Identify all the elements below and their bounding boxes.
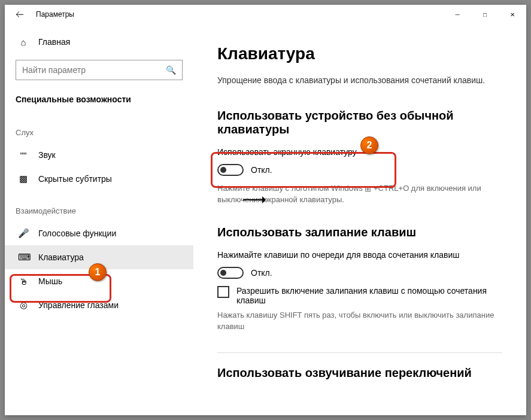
minimize-button[interactable]: ─ (444, 5, 471, 24)
sidebar-item-cc[interactable]: ▩ Скрытые субтитры (5, 167, 193, 191)
section-osk-title: Использовать устройство без обычной клав… (217, 109, 502, 136)
osk-hint: Нажмите клавишу с логотипом Windows ⊞ +C… (217, 183, 502, 205)
sticky-shortcut-row: Разрешить включение залипания клавиш с п… (217, 286, 502, 305)
sticky-hint: Нажать клавишу SHIFT пять раз, чтобы вкл… (217, 310, 502, 331)
sticky-shortcut-label: Разрешить включение залипания клавиш с п… (236, 286, 502, 305)
page-title: Клавиатура (217, 44, 502, 63)
content: Клавиатура Упрощение ввода с клавиатуры … (193, 24, 526, 415)
osk-toggle-row: Откл. (217, 164, 502, 176)
window-controls: ─ □ ✕ (444, 5, 526, 24)
sidebar-item-label: Управление глазами (38, 300, 119, 310)
search-input[interactable] (22, 65, 166, 75)
eye-icon: ◎ (18, 300, 29, 311)
osk-label: Использовать экранную клавиатуру (217, 147, 502, 157)
sticky-toggle-state: Откл. (251, 268, 272, 278)
sidebar-item-sound[interactable]: "" Звук (5, 143, 193, 167)
sidebar-item-keyboard[interactable]: ⌨ Клавиатура (5, 245, 193, 269)
section-toggle-keys-title: Использовать озвучивание переключений (217, 366, 502, 380)
group-interaction: Взаимодействие (5, 191, 193, 221)
keyboard-icon: ⌨ (18, 252, 29, 263)
microphone-icon: 🎤 (18, 228, 29, 239)
search-box[interactable]: 🔍 (16, 60, 183, 80)
back-icon[interactable]: 🡠 (16, 10, 24, 19)
section-sticky-title: Использовать залипание клавиш (217, 226, 502, 239)
sidebar-item-eye[interactable]: ◎ Управление глазами (5, 293, 193, 317)
sidebar-item-label: Главная (38, 37, 70, 47)
group-hearing: Слух (5, 112, 193, 143)
page-subtitle: Упрощение ввода с клавиатуры и использов… (217, 75, 502, 85)
window-title: Параметры (36, 10, 74, 19)
sidebar-item-label: Звук (38, 150, 56, 160)
home-icon: ⌂ (18, 37, 29, 47)
osk-toggle[interactable] (217, 164, 244, 176)
sidebar-item-label: Мышь (38, 276, 62, 286)
close-button[interactable]: ✕ (499, 5, 526, 24)
sticky-toggle-row: Откл. (217, 267, 502, 279)
osk-toggle-state: Откл. (251, 165, 272, 175)
settings-window: 🡠 Параметры ─ □ ✕ ⌂ Главная 🔍 Специальны… (5, 5, 526, 415)
search-icon: 🔍 (166, 65, 176, 75)
windows-logo-icon: ⊞ (365, 184, 371, 194)
sidebar: ⌂ Главная 🔍 Специальные возможности Слух… (5, 24, 193, 415)
sticky-label: Нажимайте клавиши по очереди для ввода с… (217, 250, 502, 260)
sidebar-item-label: Голосовые функции (38, 229, 116, 238)
sidebar-item-mouse[interactable]: 🖱 Мышь (5, 269, 193, 293)
divider (217, 352, 502, 353)
cc-icon: ▩ (18, 174, 29, 184)
sticky-toggle[interactable] (217, 267, 244, 279)
sidebar-item-voice[interactable]: 🎤 Голосовые функции (5, 221, 193, 245)
sidebar-header: Специальные возможности (5, 89, 193, 112)
sidebar-item-home[interactable]: ⌂ Главная (5, 30, 193, 54)
layout: ⌂ Главная 🔍 Специальные возможности Слух… (5, 24, 526, 415)
sticky-shortcut-checkbox[interactable] (217, 286, 229, 298)
mouse-icon: 🖱 (18, 276, 29, 287)
sidebar-item-label: Клавиатура (38, 252, 84, 262)
sound-icon: "" (18, 150, 29, 160)
sidebar-item-label: Скрытые субтитры (38, 174, 112, 184)
maximize-button[interactable]: □ (471, 5, 499, 24)
